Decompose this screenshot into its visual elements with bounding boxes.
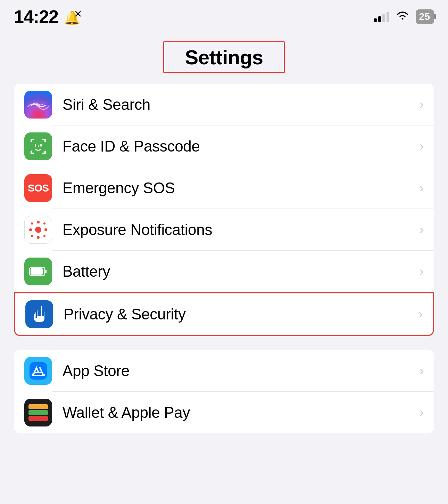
status-left: 14:22 🔔✕ bbox=[14, 6, 82, 27]
svg-rect-13 bbox=[45, 270, 47, 273]
face-id-label: Face ID & Passcode bbox=[63, 138, 416, 155]
signal-bar-1 bbox=[374, 18, 377, 22]
settings-item-battery[interactable]: Battery › bbox=[14, 251, 434, 292]
page-title-area: Settings bbox=[0, 31, 448, 80]
app-store-label: App Store bbox=[63, 362, 416, 380]
battery-chevron: › bbox=[420, 264, 424, 279]
face-id-chevron: › bbox=[420, 139, 424, 154]
settings-item-face-id[interactable]: Face ID & Passcode › bbox=[14, 125, 434, 167]
status-bar: 14:22 🔔✕ 25 bbox=[0, 0, 448, 31]
svg-rect-0 bbox=[24, 91, 52, 119]
wifi-icon bbox=[396, 10, 409, 24]
status-right: 25 bbox=[374, 9, 434, 24]
page-title: Settings bbox=[185, 46, 263, 68]
emergency-chevron: › bbox=[420, 181, 424, 195]
privacy-icon bbox=[25, 300, 53, 328]
signal-bar-4 bbox=[387, 12, 389, 22]
svg-rect-6 bbox=[31, 151, 32, 154]
settings-item-emergency[interactable]: SOS Emergency SOS › bbox=[14, 167, 434, 209]
signal-bars-icon bbox=[374, 11, 389, 22]
svg-rect-14 bbox=[31, 268, 43, 275]
svg-rect-10 bbox=[40, 144, 42, 147]
settings-item-wallet[interactable]: Wallet & Apple Pay › bbox=[14, 392, 434, 433]
bell-icon: 🔔✕ bbox=[64, 8, 82, 25]
settings-item-privacy[interactable]: Privacy & Security › bbox=[14, 292, 434, 336]
exposure-chevron: › bbox=[420, 222, 424, 237]
exposure-icon bbox=[24, 216, 52, 244]
app-store-chevron: › bbox=[420, 364, 424, 378]
battery-label: Battery bbox=[63, 263, 416, 280]
svg-rect-8 bbox=[44, 151, 46, 154]
battery-settings-icon bbox=[24, 258, 52, 285]
exposure-label: Exposure Notifications bbox=[63, 221, 416, 238]
face-id-icon bbox=[24, 132, 52, 160]
page-title-highlight: Settings bbox=[163, 41, 285, 73]
battery-level: 25 bbox=[419, 11, 430, 22]
app-store-icon bbox=[24, 357, 52, 385]
svg-rect-4 bbox=[44, 139, 46, 142]
privacy-label: Privacy & Security bbox=[64, 306, 415, 323]
siri-chevron: › bbox=[420, 97, 424, 112]
svg-rect-2 bbox=[31, 139, 32, 142]
privacy-chevron: › bbox=[418, 307, 423, 322]
emergency-icon: SOS bbox=[24, 174, 52, 202]
emergency-label: Emergency SOS bbox=[63, 179, 416, 197]
svg-rect-11 bbox=[38, 145, 39, 147]
settings-item-exposure[interactable]: Exposure Notifications › bbox=[14, 209, 434, 251]
wallet-label: Wallet & Apple Pay bbox=[63, 404, 416, 421]
settings-group-security: Siri & Search › bbox=[14, 84, 434, 336]
battery-terminal bbox=[434, 14, 436, 19]
wallet-icon bbox=[24, 399, 52, 426]
signal-bar-3 bbox=[382, 14, 385, 22]
signal-bar-2 bbox=[378, 16, 381, 22]
settings-group-apps: App Store › Wallet & Apple Pay › bbox=[14, 350, 434, 433]
settings-item-siri[interactable]: Siri & Search › bbox=[14, 84, 434, 125]
settings-item-app-store[interactable]: App Store › bbox=[14, 350, 434, 392]
status-time: 14:22 bbox=[14, 6, 58, 27]
battery-indicator: 25 bbox=[416, 9, 434, 24]
siri-icon bbox=[24, 91, 52, 119]
wallet-chevron: › bbox=[420, 405, 424, 420]
siri-label: Siri & Search bbox=[63, 96, 416, 113]
svg-rect-9 bbox=[35, 144, 36, 147]
